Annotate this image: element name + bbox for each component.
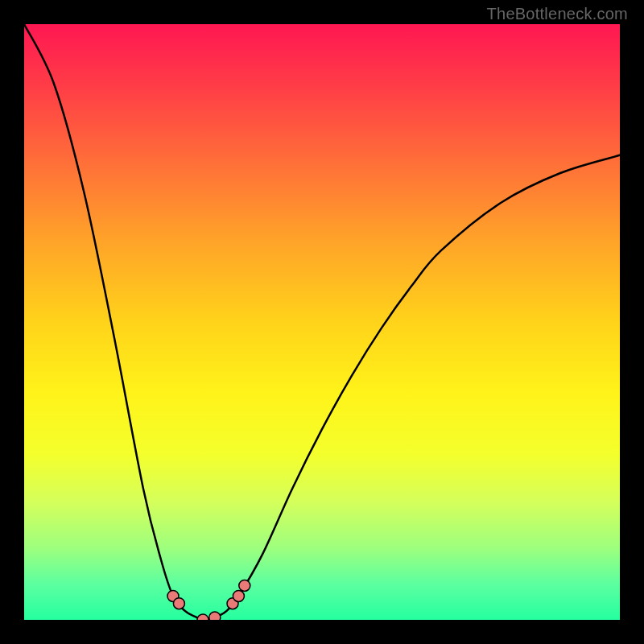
- curve-marker: [239, 580, 250, 591]
- bottleneck-curve: [24, 24, 620, 620]
- curve-marker: [209, 612, 221, 620]
- curve-marker: [197, 614, 208, 620]
- chart-svg: [24, 24, 620, 620]
- plot-area: [24, 24, 620, 620]
- watermark-text: TheBottleneck.com: [487, 5, 628, 23]
- curve-markers: [167, 580, 250, 620]
- curve-marker: [173, 598, 184, 609]
- curve-marker: [233, 590, 244, 601]
